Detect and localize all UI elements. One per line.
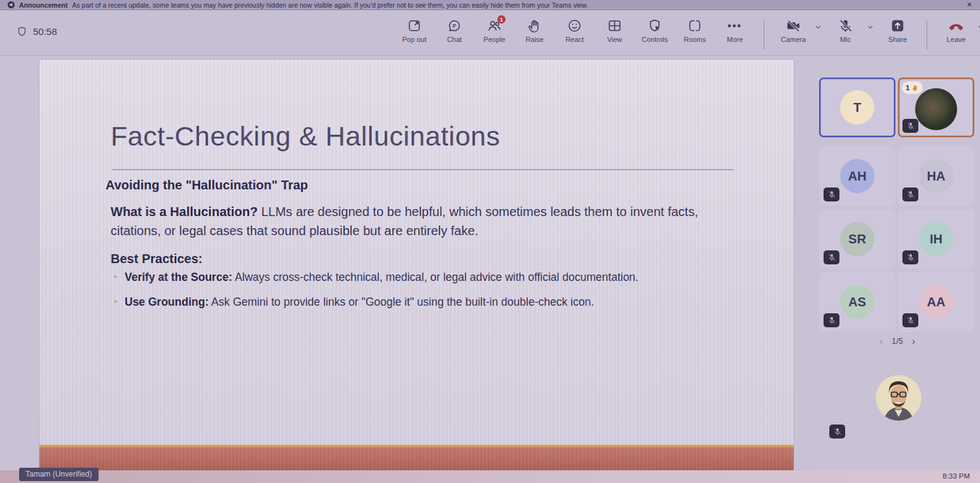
popout-label: Pop out — [403, 36, 427, 43]
announcement-label: Announcement — [19, 1, 67, 9]
gallery-pagination: ‹ 1/5 › — [818, 336, 977, 346]
meeting-timer: 50:58 — [17, 26, 57, 37]
slide-list-heading: Best Practices: — [111, 252, 203, 266]
participant-tile[interactable]: HA — [898, 146, 974, 206]
meeting-toolbar: 50:58 Pop out Chat — [0, 11, 980, 56]
more-icon: ••• — [726, 17, 743, 34]
shield-icon — [17, 26, 27, 37]
participant-tile[interactable]: SR — [819, 209, 895, 269]
raised-hand-badge: 1 — [902, 81, 923, 94]
chat-button[interactable]: Chat — [434, 15, 474, 43]
leave-label: Leave — [947, 36, 966, 43]
camera-button[interactable]: Camera — [773, 15, 813, 43]
taskbar: 8:33 PM — [0, 470, 980, 483]
muted-mic-badge — [902, 313, 918, 327]
slide-bullet: ◦Verify at the Source: Always cross-chec… — [125, 271, 754, 284]
timer-value: 50:58 — [33, 26, 57, 37]
rooms-button[interactable]: Rooms — [675, 15, 715, 43]
view-label: View — [607, 36, 623, 43]
announcement-message: As part of a recent update, some teams y… — [72, 1, 588, 9]
page-next-chevron-icon[interactable]: › — [912, 336, 915, 346]
avatar: AA — [919, 285, 953, 319]
participant-tile[interactable]: AA — [898, 272, 974, 332]
react-button[interactable]: React — [555, 15, 595, 43]
toolbar-center-group: Pop out Chat — [394, 15, 980, 50]
view-button[interactable]: View — [595, 15, 635, 43]
rooms-icon — [686, 17, 703, 34]
muted-mic-badge — [829, 425, 845, 439]
people-icon: 1 — [486, 17, 503, 34]
toolbar-divider — [927, 20, 927, 50]
leave-button[interactable]: Leave — [936, 15, 976, 43]
toolbar-divider — [764, 20, 764, 50]
raise-hand-icon — [526, 17, 543, 34]
leave-icon — [948, 17, 965, 34]
avatar: T — [840, 90, 874, 125]
page-previous-chevron-icon[interactable]: ‹ — [880, 336, 883, 346]
avatar: AH — [840, 159, 874, 193]
participant-tile[interactable]: AS — [819, 272, 895, 332]
raised-hand-icon — [911, 84, 919, 92]
muted-mic-badge — [902, 187, 918, 201]
controls-icon — [646, 17, 663, 34]
bullet-marker: ◦ — [114, 296, 117, 306]
slide-section-heading: Avoiding the "Hallucination" Trap — [106, 178, 308, 193]
controls-button[interactable]: Controls — [635, 15, 675, 43]
slide-paragraph: What is a Hallucination? LLMs are design… — [111, 202, 705, 240]
share-button[interactable]: Share — [878, 15, 918, 43]
people-button[interactable]: 1 People — [474, 15, 514, 43]
participant-rail: T 1 AH HA S — [818, 70, 980, 477]
camera-label: Camera — [781, 36, 806, 43]
view-icon — [606, 17, 623, 34]
raise-hand-button[interactable]: Raise — [514, 15, 555, 43]
avatar: SR — [840, 222, 874, 256]
announcement-banner: Announcement As part of a recent update,… — [0, 0, 980, 10]
muted-mic-badge — [824, 313, 839, 327]
react-label: React — [565, 36, 584, 43]
leave-options-chevron-icon[interactable] — [977, 22, 980, 33]
muted-mic-badge — [902, 250, 918, 264]
chat-label: Chat — [447, 36, 462, 43]
title-divider — [112, 169, 733, 170]
bullet-lead: Verify at the Source: — [125, 271, 232, 283]
raise-label: Raise — [525, 36, 543, 43]
participant-tile[interactable]: AH — [819, 146, 895, 206]
mic-button[interactable]: Mic — [825, 15, 866, 43]
teams-meeting-window: Announcement As part of a recent update,… — [0, 0, 980, 483]
participant-tile[interactable]: IH — [898, 209, 974, 269]
close-icon[interactable]: ✕ — [967, 1, 972, 9]
controls-label: Controls — [642, 36, 668, 43]
muted-mic-badge — [824, 187, 839, 201]
popout-icon — [406, 17, 423, 34]
bullet-lead: Use Grounding: — [125, 296, 209, 308]
participant-video-avatar — [915, 88, 957, 130]
bullet-marker: ◦ — [114, 271, 117, 282]
camera-options-chevron-icon[interactable] — [815, 22, 822, 33]
mic-label: Mic — [840, 36, 851, 43]
muted-mic-badge — [902, 119, 918, 133]
page-indicator: 1/5 — [892, 336, 903, 346]
raised-hand-count: 1 — [906, 84, 909, 92]
announcement-icon — [8, 1, 15, 8]
people-count-badge: 1 — [497, 15, 506, 24]
popout-button[interactable]: Pop out — [394, 15, 434, 43]
self-profile-photo — [876, 375, 921, 421]
participant-tile[interactable]: 1 — [898, 78, 974, 137]
share-icon — [889, 17, 906, 34]
avatar: HA — [919, 159, 953, 193]
more-button[interactable]: ••• More — [715, 15, 755, 43]
avatar: AS — [840, 285, 874, 319]
mic-options-chevron-icon[interactable] — [867, 22, 874, 33]
avatar: IH — [919, 222, 953, 256]
shared-content-stage: Fact-Checking & Hallucinations Avoiding … — [39, 60, 794, 470]
more-label: More — [727, 36, 743, 43]
react-icon — [566, 17, 583, 34]
paragraph-lead: What is a Hallucination? — [111, 205, 258, 219]
self-participant-tile[interactable] — [819, 357, 978, 447]
muted-mic-badge — [824, 250, 839, 264]
participant-tile[interactable]: T — [819, 78, 895, 137]
share-label: Share — [888, 36, 907, 43]
bullet-text: Always cross-check technical, medical, o… — [232, 271, 638, 283]
bullet-text: Ask Gemini to provide links or "Google i… — [209, 296, 594, 308]
mic-off-icon — [837, 17, 854, 34]
